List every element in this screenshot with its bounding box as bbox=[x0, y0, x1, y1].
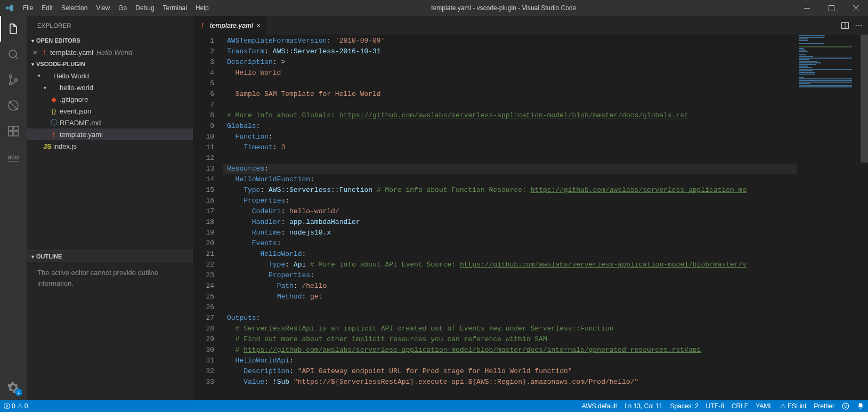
code-line[interactable]: Properties: bbox=[223, 270, 797, 281]
split-editor-icon[interactable] bbox=[841, 21, 849, 30]
editor-tab[interactable]: !template.yaml× bbox=[193, 16, 266, 35]
svg-point-14 bbox=[845, 405, 845, 406]
error-icon: ⓧ bbox=[4, 402, 10, 411]
code-line[interactable]: Path: /hello bbox=[223, 281, 797, 292]
file-tree: ▾Hello World▸hello-world◆.gitignore{}eve… bbox=[27, 70, 193, 152]
tree-item[interactable]: !template.yaml bbox=[27, 128, 193, 140]
status-problems[interactable]: ⓧ0 ⚠0 bbox=[0, 400, 31, 412]
file-icon: ◆ bbox=[49, 95, 59, 103]
code-line[interactable]: # Find out more about other implicit res… bbox=[223, 334, 797, 345]
code-line[interactable] bbox=[223, 153, 797, 164]
svg-point-4 bbox=[10, 83, 12, 85]
code-line[interactable]: Globals: bbox=[223, 121, 797, 132]
editor-tabs: !template.yaml× ⋯ bbox=[193, 16, 868, 35]
svg-rect-0 bbox=[804, 8, 810, 9]
code-line[interactable]: # More info about Globals: https://githu… bbox=[223, 110, 797, 121]
project-header[interactable]: ▾VSCODE-PLUGIN bbox=[27, 58, 193, 70]
menu-debug[interactable]: Debug bbox=[131, 0, 158, 16]
code-line[interactable]: HelloWorldApi: bbox=[223, 356, 797, 366]
window-maximize-button[interactable] bbox=[819, 0, 843, 16]
menu-file[interactable]: File bbox=[19, 0, 37, 16]
code-line[interactable]: Timeout: 3 bbox=[223, 142, 797, 153]
outline-header[interactable]: ▾OUTLINE bbox=[27, 251, 193, 262]
activity-debug-icon[interactable] bbox=[0, 93, 27, 118]
tree-item[interactable]: ◆.gitignore bbox=[27, 93, 193, 105]
status-aws[interactable]: AWS:default bbox=[578, 400, 621, 412]
code-content[interactable]: AWSTemplateFormatVersion: '2010-09-09'Tr… bbox=[223, 35, 797, 400]
code-line[interactable]: Transform: AWS::Serverless-2016-10-31 bbox=[223, 46, 797, 57]
code-line[interactable]: Sample SAM Template for Hello World bbox=[223, 89, 797, 100]
code-line[interactable] bbox=[223, 78, 797, 89]
text-editor[interactable]: 1234567891011121314151617181920212223242… bbox=[193, 35, 868, 400]
tree-item[interactable]: ▾Hello World bbox=[27, 70, 193, 82]
code-line[interactable]: Events: bbox=[223, 238, 797, 249]
warning-icon: ⚠ bbox=[780, 402, 786, 410]
code-line[interactable] bbox=[223, 302, 797, 313]
file-label: .gitignore bbox=[59, 95, 88, 103]
code-line[interactable]: # ServerlessRestApi is an implicit API c… bbox=[223, 324, 797, 334]
code-line[interactable]: Outputs: bbox=[223, 313, 797, 324]
code-line[interactable]: Function: bbox=[223, 132, 797, 142]
menu-selection[interactable]: Selection bbox=[57, 0, 92, 16]
status-notifications-icon[interactable] bbox=[853, 400, 868, 412]
open-editor-item[interactable]: ×!template.yamlHello World bbox=[27, 46, 193, 58]
code-line[interactable]: Method: get bbox=[223, 292, 797, 302]
activity-scm-icon[interactable] bbox=[0, 67, 27, 93]
code-line[interactable]: Type: Api # More info about API Event So… bbox=[223, 260, 797, 270]
code-line[interactable]: HelloWorld: bbox=[223, 249, 797, 260]
activity-explorer-icon[interactable] bbox=[0, 16, 27, 42]
code-line[interactable]: Handler: app.lambdaHandler bbox=[223, 217, 797, 228]
scrollbar-thumb[interactable] bbox=[861, 35, 868, 163]
tree-item[interactable]: ▸hello-world bbox=[27, 82, 193, 93]
status-prettier[interactable]: Prettier bbox=[810, 400, 838, 412]
tree-item[interactable]: {}event.json bbox=[27, 105, 193, 117]
code-line[interactable]: # https://github.com/awslabs/serverless-… bbox=[223, 345, 797, 356]
window-minimize-button[interactable] bbox=[794, 0, 819, 16]
menu-edit[interactable]: Edit bbox=[37, 0, 57, 16]
chevron-down-icon: ▾ bbox=[29, 61, 36, 67]
open-editors-header[interactable]: ▾OPEN EDITORS bbox=[27, 35, 193, 46]
code-line[interactable]: Hello World bbox=[223, 68, 797, 78]
close-icon[interactable]: × bbox=[31, 49, 39, 56]
activity-search-icon[interactable] bbox=[0, 42, 27, 67]
window-title: template.yaml - vscode-plugin - Visual S… bbox=[213, 4, 794, 12]
file-label: Hello World bbox=[52, 72, 89, 80]
code-line[interactable]: Type: AWS::Serverless::Function # More i… bbox=[223, 185, 797, 196]
code-line[interactable]: Description: "API Gateway endpoint URL f… bbox=[223, 366, 797, 377]
code-line[interactable]: CodeUri: hello-world/ bbox=[223, 206, 797, 217]
file-label: index.js bbox=[52, 142, 77, 150]
status-eslint[interactable]: ⚠ESLint bbox=[776, 400, 810, 412]
vscode-logo-icon bbox=[0, 3, 19, 13]
menu-view[interactable]: View bbox=[92, 0, 114, 16]
chevron-down-icon: ▾ bbox=[29, 254, 36, 260]
activity-aws-icon[interactable]: aws bbox=[0, 144, 27, 169]
code-line[interactable]: HelloWorldFunction: bbox=[223, 174, 797, 185]
activity-extensions-icon[interactable] bbox=[0, 118, 27, 144]
code-line[interactable]: Runtime: nodejs10.x bbox=[223, 228, 797, 238]
code-line[interactable]: Value: !Sub "https://${ServerlessRestApi… bbox=[223, 377, 797, 387]
twistie-icon: ▸ bbox=[42, 85, 49, 90]
activity-settings-icon[interactable]: 1 bbox=[0, 375, 27, 400]
code-line[interactable]: AWSTemplateFormatVersion: '2010-09-09' bbox=[223, 36, 797, 46]
status-eol[interactable]: CRLF bbox=[728, 400, 752, 412]
close-icon[interactable]: × bbox=[256, 21, 261, 30]
file-label: hello-world bbox=[59, 84, 93, 92]
code-line[interactable]: Resources: bbox=[223, 164, 797, 174]
menu-terminal[interactable]: Terminal bbox=[159, 0, 191, 16]
status-indentation[interactable]: Spaces: 2 bbox=[666, 400, 702, 412]
menu-go[interactable]: Go bbox=[114, 0, 131, 16]
editor-scrollbar[interactable] bbox=[861, 35, 868, 400]
window-close-button[interactable] bbox=[843, 0, 868, 16]
status-language[interactable]: YAML bbox=[752, 400, 776, 412]
status-cursor-position[interactable]: Ln 13, Col 11 bbox=[621, 400, 666, 412]
code-line[interactable]: Description: > bbox=[223, 57, 797, 68]
minimap[interactable] bbox=[797, 35, 861, 400]
tree-item[interactable]: ⓘREADME.md bbox=[27, 117, 193, 128]
status-feedback-icon[interactable] bbox=[838, 400, 853, 412]
status-encoding[interactable]: UTF-8 bbox=[702, 400, 728, 412]
code-line[interactable]: Properties: bbox=[223, 196, 797, 206]
code-line[interactable] bbox=[223, 100, 797, 110]
tree-item[interactable]: JSindex.js bbox=[27, 140, 193, 152]
more-actions-icon[interactable]: ⋯ bbox=[855, 20, 864, 30]
menu-help[interactable]: Help bbox=[191, 0, 213, 16]
